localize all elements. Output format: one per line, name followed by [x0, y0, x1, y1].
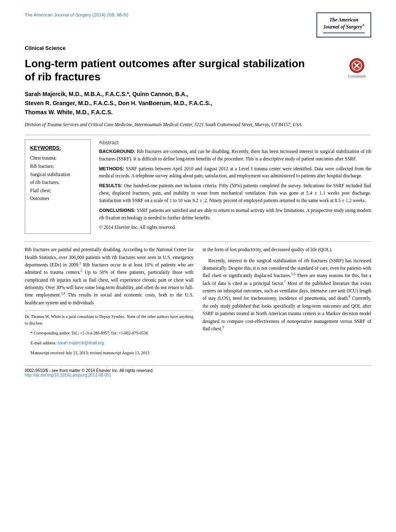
ref-8: 8 — [349, 295, 351, 299]
abstract-methods: METHODS: SSRF patients between April 201… — [99, 165, 371, 180]
divider-top — [25, 135, 371, 135]
journal-logo: The American Journal of Surgery® — [316, 12, 371, 38]
logo-underline — [323, 32, 365, 33]
methods-text: SSRF patients between April 2010 and Aug… — [99, 166, 371, 179]
footer-issn: 0002-9610/$ - see front matter © 2014 El… — [25, 368, 371, 373]
journal-header: The American Journal of Surgery (2014) 2… — [25, 12, 371, 38]
footnote-consultant: Dr. Thomas W. White is a paid consultant… — [25, 313, 193, 327]
page-footer: 0002-9610/$ - see front matter © 2014 El… — [25, 365, 371, 377]
abstract-conclusions: CONCLUSIONS: SSRF patients are satisfied… — [99, 207, 371, 222]
ref-2: 2 — [80, 269, 82, 273]
keyword-2: Rib fracture; — [30, 162, 85, 171]
body-col-left: Rib fractures are painful and potentiall… — [25, 246, 193, 360]
body-col-right: in the form of lost productivity, and de… — [203, 246, 371, 360]
results-label: RESULTS: — [99, 183, 123, 188]
footnote-corresponding: * Corresponding author. Tel.: +1-314-288… — [25, 330, 193, 337]
ref-1: 1 — [80, 261, 81, 265]
divider-body — [25, 241, 371, 242]
section-label: Clinical Science — [25, 45, 371, 51]
logo-title-line1: The American — [323, 16, 365, 24]
keyword-5: Flail chest; — [30, 187, 85, 195]
crossmark-icon — [349, 58, 365, 73]
authors-line2: Steven R. Granger, M.D., F.A.C.S., Don H… — [25, 100, 212, 106]
page: The American Journal of Surgery (2014) 2… — [0, 0, 396, 532]
abstract-results: RESULTS: One hundred-one patients met in… — [99, 182, 371, 204]
body-col1-p1: Rib fractures are painful and potentiall… — [25, 246, 193, 306]
crossmark-badge[interactable]: CrossMark — [342, 58, 371, 78]
journal-citation: The American Journal of Surgery (2014) 2… — [25, 12, 128, 17]
authors-line3: Thomas W. White, M.D., F.A.C.S. — [25, 109, 113, 115]
email-link[interactable]: sarah.majercik@imail.org — [57, 341, 104, 345]
keywords-abstract-section: KEYWORDS: Chest trauma; Rib fracture; Su… — [25, 139, 371, 234]
abstract-background: BACKGROUND: Rib fractures are common, an… — [99, 148, 371, 163]
article-title: Long-term patient outcomes after surgica… — [25, 57, 314, 84]
ref-7: 7 — [284, 280, 285, 284]
background-label: BACKGROUND: — [99, 149, 135, 154]
footer-doi: http://dx.doi.org/10.1016/j.amjsurg.2013… — [25, 373, 371, 377]
keyword-4: of rib fractures; — [30, 179, 85, 187]
abstract-title: Abstract — [99, 139, 371, 146]
keyword-6: Outcomes — [30, 195, 85, 203]
authors: Sarah Majercik, M.D., M.B.A., F.A.C.S.*,… — [25, 89, 371, 117]
ref-9: 9 — [222, 325, 224, 329]
body-col2-p1: in the form of lost productivity, and de… — [203, 246, 371, 253]
body-col2-p2: Recently, interest in the surgical stabi… — [203, 257, 371, 333]
authors-text: Sarah Majercik, M.D., M.B.A., F.A.C.S.*,… — [25, 91, 189, 97]
ref-3-4: 3,4 — [61, 292, 65, 296]
affiliation: Division of Trauma Services and Critical… — [25, 121, 371, 128]
keyword-3: Surgical stabilization — [30, 171, 85, 179]
conclusions-text: SSRF patients are satisfied and are able… — [99, 208, 371, 220]
doi-link[interactable]: http://dx.doi.org/10.1016/j.amjsurg.2013… — [25, 373, 111, 377]
footnotes: Dr. Thomas W. White is a paid consultant… — [25, 311, 193, 356]
crossmark-label: CrossMark — [348, 74, 366, 78]
background-text: Rib fractures are common, and can be dis… — [99, 149, 371, 161]
conclusions-label: CONCLUSIONS: — [99, 208, 136, 213]
abstract-text: BACKGROUND: Rib fractures are common, an… — [99, 148, 371, 231]
footnote-email: E-mail address: sarah.majercik@imail.org — [25, 340, 193, 346]
keyword-1: Chest trauma; — [30, 154, 85, 162]
ref-5-6: 5,6 — [291, 272, 295, 276]
title-row: Long-term patient outcomes after surgica… — [25, 55, 371, 89]
results-text: One hundred-one patients met inclusion c… — [99, 183, 371, 203]
footnote-manuscript: Manuscript received July 23, 2013; revis… — [25, 350, 193, 356]
keywords-title: KEYWORDS: — [30, 144, 85, 152]
logo-title-line2: Journal of Surgery® — [323, 24, 365, 31]
abstract-box: Abstract BACKGROUND: Rib fractures are c… — [99, 139, 371, 234]
keywords-box: KEYWORDS: Chest trauma; Rib fracture; Su… — [25, 139, 91, 234]
methods-label: METHODS: — [99, 166, 124, 171]
abstract-copyright: © 2014 Elsevier Inc. All rights reserved… — [99, 224, 371, 231]
body-section: Rib fractures are painful and potentiall… — [25, 246, 371, 360]
